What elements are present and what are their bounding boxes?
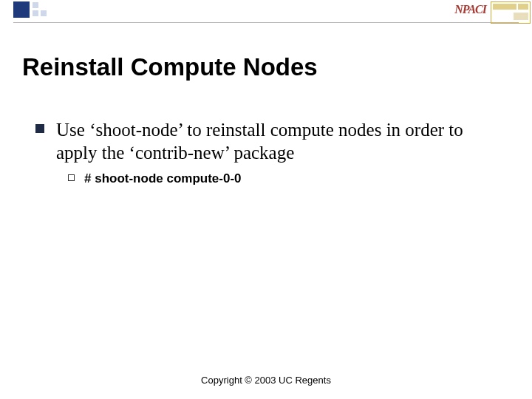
horizontal-rule	[13, 22, 519, 23]
bullet-hollow-square-icon	[68, 174, 75, 181]
top-bar: NPACI	[0, 0, 532, 28]
square-small-icon	[33, 2, 38, 8]
sdsc-logo-icon	[491, 1, 531, 24]
square-small-icon	[33, 10, 38, 16]
copyright-footer: Copyright © 2003 UC Regents	[0, 375, 532, 386]
slide: NPACI Reinstall Compute Nodes Use ‘shoot…	[0, 0, 532, 399]
bullet-level2-text: # shoot-node compute-0-0	[84, 171, 482, 186]
square-small-icon	[41, 10, 47, 16]
slide-title: Reinstall Compute Nodes	[22, 53, 318, 81]
npaci-logo: NPACI	[454, 3, 486, 16]
bullet-level2: # shoot-node compute-0-0	[68, 171, 482, 186]
bullet-square-icon	[35, 124, 44, 133]
bullet-level1-text: Use ‘shoot-node’ to reinstall compute no…	[56, 118, 494, 165]
bullet-level1: Use ‘shoot-node’ to reinstall compute no…	[35, 118, 494, 165]
square-decoration-icon	[13, 1, 30, 18]
